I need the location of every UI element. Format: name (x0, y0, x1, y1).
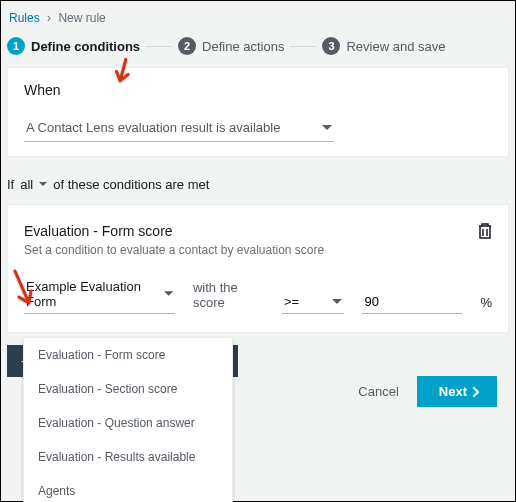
step-connector (290, 46, 316, 47)
condition-subtitle: Set a condition to evaluate a contact by… (24, 243, 492, 257)
condition-form-row: Example Evaluation Form with the score >… (24, 275, 492, 314)
operator-select[interactable]: >= (282, 290, 344, 314)
when-card: When A Contact Lens evaluation result is… (7, 67, 509, 157)
condition-suffix: of these conditions are met (53, 177, 209, 192)
delete-condition-button[interactable] (478, 223, 492, 242)
dropdown-item-question-answer[interactable]: Evaluation - Question answer (24, 406, 232, 440)
callout-arrow-add-condition (9, 269, 37, 314)
dropdown-item-results-available[interactable]: Evaluation - Results available (24, 440, 232, 474)
step-review-save[interactable]: 3 Review and save (322, 37, 445, 55)
next-label: Next (439, 384, 467, 399)
step-connector (146, 46, 172, 47)
step-define-conditions[interactable]: 1 Define conditions (7, 37, 140, 55)
next-button[interactable]: Next (417, 376, 497, 407)
step-label: Define conditions (31, 39, 140, 54)
when-label: When (24, 82, 492, 98)
trigger-select[interactable]: A Contact Lens evaluation result is avai… (24, 114, 334, 142)
condition-mode-select[interactable]: all (18, 177, 49, 192)
add-condition-dropdown: Evaluation - Form score Evaluation - Sec… (23, 337, 233, 502)
chevron-down-icon (39, 182, 47, 187)
percent-label: % (480, 295, 492, 314)
step-label: Define actions (202, 39, 284, 54)
chevron-down-icon (332, 297, 342, 307)
evaluation-form-value: Example Evaluation Form (26, 279, 164, 309)
breadcrumb-separator: › (47, 11, 51, 25)
with-score-label: with the score (193, 280, 264, 314)
dropdown-item-form-score[interactable]: Evaluation - Form score (24, 338, 232, 372)
wizard-steps: 1 Define conditions 2 Define actions 3 R… (7, 33, 509, 67)
trash-icon (478, 223, 492, 239)
if-label: If (7, 177, 14, 192)
chevron-down-icon (164, 289, 173, 299)
wizard-footer: Cancel Next (358, 376, 497, 407)
condition-card: Evaluation - Form score Set a condition … (7, 204, 509, 333)
condition-title: Evaluation - Form score (24, 223, 492, 239)
step-number: 1 (7, 37, 25, 55)
step-label: Review and save (346, 39, 445, 54)
breadcrumb-current: New rule (58, 11, 105, 25)
step-number: 3 (322, 37, 340, 55)
score-value-input[interactable] (362, 290, 462, 314)
chevron-right-icon (473, 387, 479, 397)
condition-mode-value: all (20, 177, 33, 192)
operator-value: >= (284, 294, 299, 309)
step-define-actions[interactable]: 2 Define actions (178, 37, 284, 55)
callout-arrow-when (113, 57, 133, 90)
cancel-button[interactable]: Cancel (358, 384, 398, 399)
chevron-down-icon (322, 123, 332, 133)
evaluation-form-select[interactable]: Example Evaluation Form (24, 275, 175, 314)
dropdown-item-agents[interactable]: Agents (24, 474, 232, 502)
condition-mode-row: If all of these conditions are met (7, 167, 509, 204)
dropdown-item-section-score[interactable]: Evaluation - Section score (24, 372, 232, 406)
trigger-value: A Contact Lens evaluation result is avai… (26, 120, 280, 135)
step-number: 2 (178, 37, 196, 55)
breadcrumb-root-link[interactable]: Rules (9, 11, 40, 25)
breadcrumb: Rules › New rule (7, 7, 509, 33)
